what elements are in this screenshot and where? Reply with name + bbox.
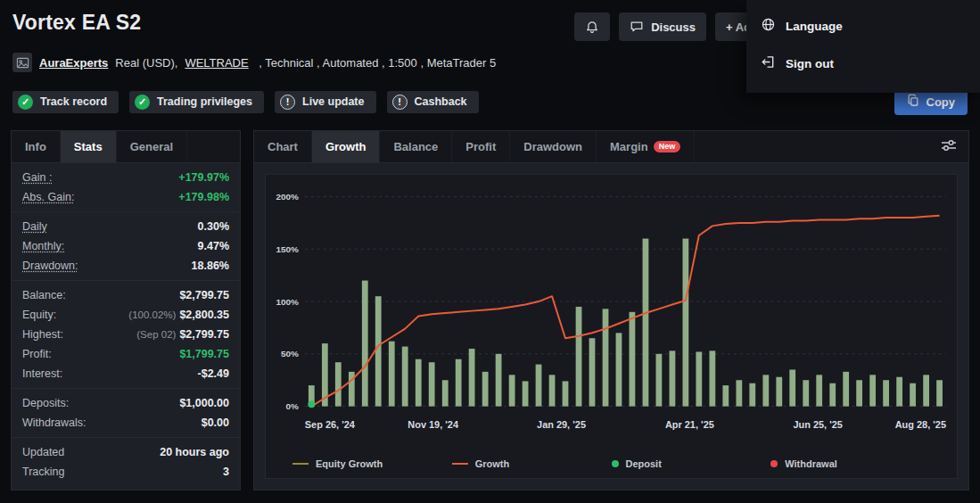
sign-out-icon [761,54,776,72]
account-pre-broker: Real (USD), [115,56,177,70]
legend-item[interactable]: Withdrawal [770,458,930,469]
stat-value: +179.98% [178,190,229,204]
copy-label: Copy [926,95,956,109]
stat-row-gain: Gain : +179.97% [12,168,240,187]
notifications-button[interactable] [574,12,610,41]
exclamation-icon: ! [280,95,295,110]
stat-value: +179.97% [178,170,229,185]
stat-row-deposits: Deposits: $1,000.00 [12,393,240,413]
badge-live-update-label: Live update [302,95,364,108]
svg-text:100%: 100% [276,297,299,307]
stat-label: Abs. Gain: [22,190,74,204]
stat-value: $0.00 [202,416,229,430]
stat-label: Monthly: [22,239,64,253]
stat-row-tracking: Tracking 3 [12,462,240,482]
stat-row-abs-gain: Abs. Gain: +179.98% [12,187,240,207]
stat-value: $2,799.75 [179,288,229,302]
stat-value: 18.86% [192,259,229,273]
badge-track-record-label: Track record [40,95,107,108]
stat-label: Profit: [22,347,52,361]
stat-value-prefix: (100.02%) [128,309,176,320]
stat-value: 3 [223,465,229,479]
stat-row-updated: Updated 20 hours ago [12,442,240,462]
stat-value: 9.47% [198,239,229,253]
badge-track-record[interactable]: ✓ Track record [12,91,119,113]
stat-value: $1,000.00 [179,396,229,410]
stat-value: 20 hours ago [160,445,229,459]
stat-label: Balance: [22,288,66,302]
page: Vortex EA S2 Discuss + Ad [0,0,980,503]
badge-cashback-label: Cashback [415,95,467,108]
stats-group-meta: Updated 20 hours ago Tracking 3 [12,437,240,486]
exclamation-icon: ! [392,95,408,110]
stat-value: -$2.49 [198,367,229,381]
growth-swatch-icon [452,463,468,465]
language-label: Language [786,20,843,33]
stat-label: Interest: [22,367,62,381]
stats-group-rates: Daily 0.30% Monthly: 9.47% Drawdown: 18.… [12,211,240,280]
tab-growth[interactable]: Growth [312,131,381,162]
growth-chart: 0%50%100%150%200%Sep 26, '24Nov 19, '24J… [265,174,958,479]
copy-icon [907,94,919,110]
svg-text:Apr 21, '25: Apr 21, '25 [665,419,714,430]
badge-trading-privileges[interactable]: ✓ Trading privileges [129,91,264,113]
stat-row-equity: Equity: (100.02%)$2,800.35 [12,305,240,325]
badge-cashback[interactable]: ! Cashback [387,91,479,113]
avatar [12,53,32,72]
broker-link[interactable]: WELTRADE [185,56,248,70]
stat-row-interest: Interest: -$2.49 [12,364,240,383]
stat-label: Updated [22,445,64,459]
topbar-actions: Discuss + Add [574,12,769,41]
stat-value: (100.02%)$2,800.35 [128,308,229,322]
tab-balance[interactable]: Balance [380,131,452,162]
discuss-button[interactable]: Discuss [619,12,706,41]
badge-live-update[interactable]: ! Live update [275,91,375,113]
svg-text:Aug 28, '25: Aug 28, '25 [895,419,946,430]
stat-row-drawdown: Drawdown: 18.86% [12,256,240,276]
tab-drawdown[interactable]: Drawdown [510,131,597,162]
withdrawal-swatch-icon [770,460,778,467]
badge-trading-privileges-label: Trading privileges [157,95,252,108]
svg-text:Sep 26, '24: Sep 26, '24 [305,419,356,430]
author-link[interactable]: AuraExperts [39,56,108,70]
chart-settings-button[interactable] [929,131,968,162]
legend-item[interactable]: Deposit [612,458,771,469]
svg-text:Jan 29, '25: Jan 29, '25 [537,419,586,430]
globe-icon [761,17,776,35]
stat-row-daily: Daily 0.30% [12,217,240,236]
stat-value: 0.30% [198,219,229,234]
stat-value: $1,799.75 [179,347,229,361]
svg-text:Jun 25, '25: Jun 25, '25 [793,419,843,430]
svg-text:0%: 0% [285,401,299,411]
chat-icon [630,20,644,34]
stat-label: Deposits: [22,396,69,410]
stats-group-balance: Balance: $2,799.75 Equity: (100.02%)$2,8… [12,280,240,388]
svg-text:Nov 19, '24: Nov 19, '24 [408,419,459,430]
stats-panel: Info Stats General Gain : +179.97% Abs. … [11,130,241,491]
tab-profit[interactable]: Profit [452,131,510,162]
check-icon: ✓ [135,95,150,110]
stat-row-profit: Profit: $1,799.75 [12,344,240,364]
chart-panel: Chart Growth Balance Profit Drawdown Mar… [253,130,969,491]
tab-info[interactable]: Info [12,131,61,162]
tab-stats[interactable]: Stats [61,131,117,162]
tab-margin[interactable]: Margin New [597,131,695,162]
legend-item[interactable]: Growth [452,458,612,469]
stat-label: Withdrawals: [22,416,86,430]
legend-label: Deposit [626,458,662,469]
account-post-broker: , Technical , Automated , 1:500 , MetaTr… [256,56,497,70]
menu-item-signout[interactable]: Sign out [746,45,980,82]
stat-value: (Sep 02)$2,799.75 [136,327,229,342]
stat-row-withdrawals: Withdrawals: $0.00 [12,413,240,433]
menu-item-language[interactable]: Language [746,7,980,45]
stats-panel-tabs: Info Stats General [12,131,240,163]
legend-label: Growth [475,458,510,469]
stat-row-highest: Highest: (Sep 02)$2,799.75 [12,325,240,344]
chart-legend: Equity GrowthGrowthDepositWithdrawal [266,457,957,478]
bell-icon [585,20,599,35]
tab-chart[interactable]: Chart [254,131,312,162]
legend-item[interactable]: Equity Growth [292,458,452,469]
tab-general[interactable]: General [117,131,187,162]
deposit-swatch-icon [612,460,619,467]
stat-label: Highest: [22,327,63,342]
